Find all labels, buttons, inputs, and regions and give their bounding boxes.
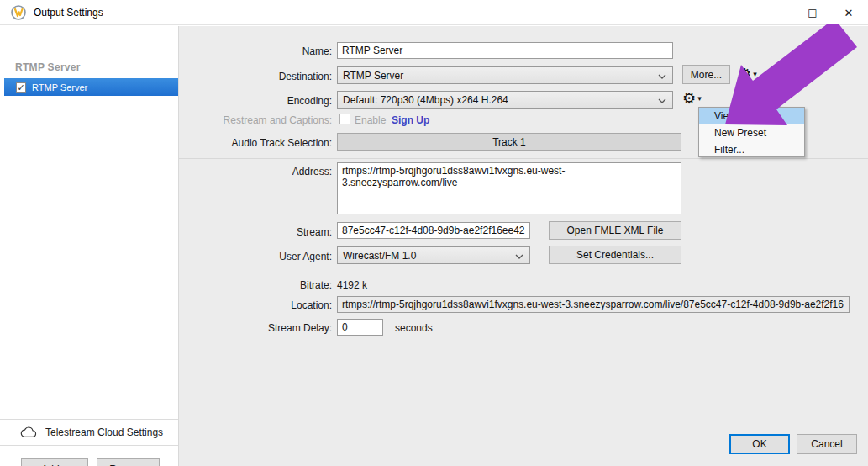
gear-glyph: ⚙ (682, 89, 696, 107)
chevron-down-icon (658, 74, 666, 79)
location-input[interactable] (337, 296, 850, 313)
remove-button[interactable]: Remove (97, 458, 160, 466)
name-input[interactable] (337, 42, 673, 59)
encoding-value: Default: 720p30 (4Mbps) x264 H.264 (343, 94, 508, 106)
cancel-button[interactable]: Cancel (797, 434, 857, 454)
divider (179, 158, 868, 159)
rtmp-server-checkbox[interactable]: ✓ (16, 82, 26, 93)
enable-checkbox[interactable] (339, 114, 350, 124)
sidebar-item-rtmp-server[interactable]: ✓ RTMP Server (4, 78, 178, 96)
cloud-icon (20, 426, 37, 438)
bitrate-value: 4192 k (337, 279, 367, 291)
close-button[interactable]: ✕ (829, 0, 868, 25)
restream-label: Restream and Captions: (181, 114, 332, 126)
name-label: Name: (181, 45, 332, 57)
caret-down-icon: ▾ (697, 94, 702, 103)
caret-down-icon: ▾ (753, 70, 757, 78)
stream-delay-input[interactable] (337, 319, 383, 336)
more-button[interactable]: More... (682, 65, 730, 84)
stream-label: Stream: (181, 226, 332, 238)
gear-glyph: ⚙ (738, 65, 751, 82)
titlebar: Output Settings — □ ✕ (0, 0, 868, 25)
sign-up-link[interactable]: Sign Up (392, 114, 429, 126)
encoding-gear-icon[interactable]: ⚙▾ (682, 91, 702, 106)
seconds-label: seconds (395, 322, 433, 334)
maximize-button[interactable]: □ (793, 0, 832, 25)
menu-item-view-details[interactable]: View Details... (699, 108, 804, 124)
divider (0, 445, 178, 446)
open-fmle-xml-button[interactable]: Open FMLE XML File (549, 221, 681, 240)
audio-track-label: Audio Track Selection: (181, 137, 332, 149)
chevron-down-icon (658, 98, 666, 103)
user-agent-select[interactable]: Wirecast/FM 1.0 (337, 246, 530, 264)
address-textarea[interactable]: rtmps://rtmp-5rqjhgoru1dss8awvi1fvxgns.e… (337, 162, 681, 214)
chevron-down-icon (515, 254, 523, 259)
menu-item-new-preset[interactable]: New Preset (699, 124, 804, 141)
location-label: Location: (181, 299, 332, 311)
user-agent-value: Wirecast/FM 1.0 (343, 250, 416, 262)
enable-label: Enable (355, 114, 388, 126)
minimize-button[interactable]: — (755, 0, 793, 25)
destination-select[interactable]: RTMP Server (337, 66, 673, 84)
sidebar-header: RTMP Server (15, 61, 81, 73)
encoding-select[interactable]: Default: 720p30 (4Mbps) x264 H.264 (337, 91, 673, 109)
window-title: Output Settings (34, 7, 103, 19)
stream-delay-label: Stream Delay: (181, 322, 332, 334)
address-label: Address: (181, 166, 332, 177)
audio-track-button[interactable]: Track 1 (337, 133, 681, 151)
destination-gear-icon[interactable]: ⚙▾ (738, 66, 757, 82)
cloud-settings-label: Telestream Cloud Settings (45, 426, 163, 438)
add-button[interactable]: Add... (21, 458, 88, 466)
user-agent-label: User Agent: (181, 251, 332, 262)
ok-button[interactable]: OK (729, 434, 790, 454)
telestream-cloud-settings-button[interactable]: Telestream Cloud Settings (0, 420, 178, 445)
wirecast-logo-icon (11, 5, 26, 20)
set-credentials-button[interactable]: Set Credentials... (549, 246, 681, 264)
gear-context-menu: View Details... New Preset Filter... (698, 107, 805, 157)
divider (179, 273, 868, 273)
menu-item-filter[interactable]: Filter... (699, 141, 804, 158)
encoding-label: Encoding: (181, 95, 332, 107)
destination-value: RTMP Server (343, 70, 403, 82)
output-list-sidebar: RTMP Server ✓ RTMP Server Telestream Clo… (0, 26, 179, 466)
destination-label: Destination: (181, 71, 332, 82)
stream-input[interactable] (337, 222, 530, 239)
sidebar-item-label: RTMP Server (32, 82, 87, 93)
bitrate-label: Bitrate: (181, 279, 332, 291)
